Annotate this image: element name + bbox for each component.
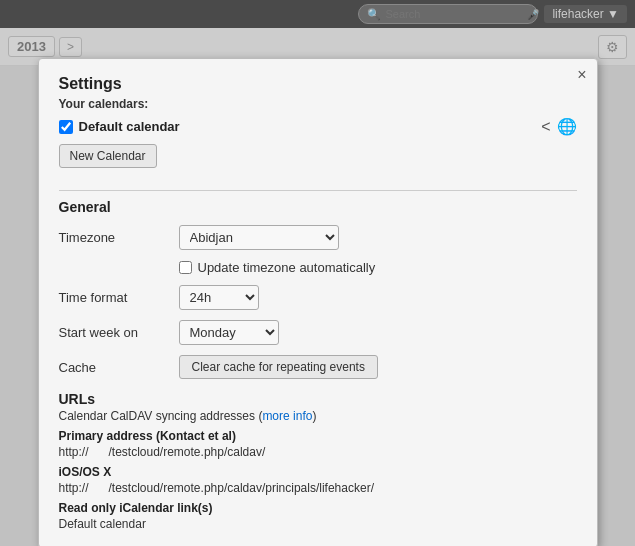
ios-url-prefix: http:// xyxy=(59,481,109,495)
start-week-label: Start week on xyxy=(59,325,179,340)
start-week-row: Start week on Monday xyxy=(59,320,577,345)
ios-url-row: http:// /testcloud/remote.php/caldav/pri… xyxy=(59,481,577,495)
default-cal-url-text: Default calendar xyxy=(59,517,577,531)
urls-section: URLs Calendar CalDAV syncing addresses (… xyxy=(59,391,577,531)
close-button[interactable]: × xyxy=(577,67,586,83)
primary-url-path: /testcloud/remote.php/caldav/ xyxy=(109,445,266,459)
time-format-select[interactable]: 24h xyxy=(179,285,259,310)
caldav-desc: Calendar CalDAV syncing addresses (more … xyxy=(59,409,577,423)
ios-label: iOS/OS X xyxy=(59,465,577,479)
mic-icon: 🎤 xyxy=(527,9,539,20)
calendar-icons: < 🌐 xyxy=(541,117,576,136)
timezone-control: Abidjan xyxy=(179,225,577,250)
timezone-row: Timezone Abidjan xyxy=(59,225,577,250)
urls-title: URLs xyxy=(59,391,577,407)
timezone-select[interactable]: Abidjan xyxy=(179,225,339,250)
cache-control: Clear cache for repeating events xyxy=(179,355,577,379)
time-format-control: 24h xyxy=(179,285,577,310)
settings-panel: × Settings Your calendars: Default calen… xyxy=(38,58,598,546)
new-calendar-button[interactable]: New Calendar xyxy=(59,144,157,168)
search-input[interactable] xyxy=(385,8,523,20)
primary-url-prefix: http:// xyxy=(59,445,109,459)
search-box[interactable]: 🔍 🎤 xyxy=(358,4,538,24)
ios-url-path: /testcloud/remote.php/caldav/principals/… xyxy=(109,481,374,495)
user-label[interactable]: lifehacker ▼ xyxy=(544,5,627,23)
globe-icon[interactable]: 🌐 xyxy=(557,117,577,136)
default-calendar-checkbox[interactable] xyxy=(59,120,73,134)
start-week-control: Monday xyxy=(179,320,577,345)
default-calendar-label: Default calendar xyxy=(79,119,180,134)
primary-url-row: http:// /testcloud/remote.php/caldav/ xyxy=(59,445,577,459)
cache-label: Cache xyxy=(59,360,179,375)
default-calendar-left: Default calendar xyxy=(59,119,180,134)
time-format-label: Time format xyxy=(59,290,179,305)
more-info-link[interactable]: more info xyxy=(262,409,312,423)
settings-title: Settings xyxy=(59,75,577,93)
caldav-text: Calendar CalDAV syncing addresses ( xyxy=(59,409,263,423)
auto-timezone-checkbox[interactable] xyxy=(179,261,192,274)
clear-cache-button[interactable]: Clear cache for repeating events xyxy=(179,355,378,379)
primary-address-label: Primary address (Kontact et al) xyxy=(59,429,577,443)
default-calendar-row: Default calendar < 🌐 xyxy=(59,117,577,136)
auto-timezone-label: Update timezone automatically xyxy=(198,260,376,275)
general-section-title: General xyxy=(59,199,577,215)
caldav-text-close: ) xyxy=(312,409,316,423)
start-week-select[interactable]: Monday xyxy=(179,320,279,345)
divider-1 xyxy=(59,190,577,191)
cache-row: Cache Clear cache for repeating events xyxy=(59,355,577,379)
timezone-label: Timezone xyxy=(59,230,179,245)
auto-timezone-row: Update timezone automatically xyxy=(179,260,577,275)
top-bar: 🔍 🎤 lifehacker ▼ xyxy=(0,0,635,28)
share-icon[interactable]: < xyxy=(541,118,550,136)
search-icon: 🔍 xyxy=(367,8,381,21)
settings-overlay: × Settings Your calendars: Default calen… xyxy=(0,28,635,546)
calendars-label: Your calendars: xyxy=(59,97,577,111)
time-format-row: Time format 24h xyxy=(59,285,577,310)
read-only-label: Read only iCalendar link(s) xyxy=(59,501,577,515)
